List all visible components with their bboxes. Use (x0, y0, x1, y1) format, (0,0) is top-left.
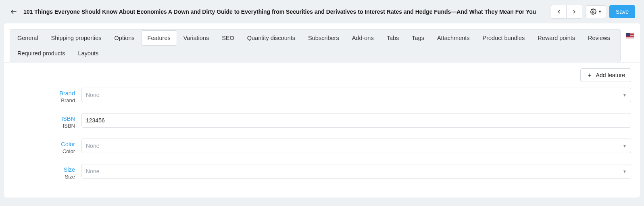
caret-down-icon: ▼ (598, 10, 602, 14)
tabs-bar: GeneralShipping propertiesOptionsFeature… (10, 29, 621, 62)
svg-point-1 (592, 11, 594, 13)
nav-prev-next-group (551, 5, 582, 19)
feature-row: BrandBrandNone▼ (13, 88, 631, 103)
tab-general[interactable]: General (11, 30, 45, 46)
language-flag-us[interactable] (626, 33, 634, 39)
gear-icon (590, 8, 596, 15)
tab-subscribers[interactable]: Subscribers (302, 30, 346, 46)
feature-label-sub: ISBN (13, 123, 75, 129)
feature-text-input[interactable] (86, 117, 627, 124)
caret-down-icon: ▼ (623, 144, 627, 148)
caret-down-icon: ▼ (623, 169, 627, 174)
plus-icon: ＋ (586, 72, 593, 78)
next-button[interactable] (567, 5, 582, 18)
feature-label-sub: Brand (13, 97, 75, 103)
tab-tags[interactable]: Tags (405, 30, 431, 46)
tab-reward-points[interactable]: Reward points (531, 30, 581, 46)
feature-label-link[interactable]: Size (13, 166, 75, 173)
select-value: None (86, 168, 99, 174)
feature-select[interactable]: None▼ (81, 139, 631, 153)
feature-label-link[interactable]: ISBN (13, 116, 75, 122)
tab-layouts[interactable]: Layouts (72, 46, 105, 61)
tab-quantity-discounts[interactable]: Quantity discounts (241, 30, 302, 46)
save-button[interactable]: Save (609, 5, 635, 18)
add-feature-button[interactable]: ＋ Add feature (580, 68, 631, 82)
tab-required-products[interactable]: Required products (11, 46, 72, 61)
settings-dropdown[interactable]: ▼ (586, 5, 606, 18)
tab-attachments[interactable]: Attachments (431, 30, 476, 46)
feature-text-input-wrapper (81, 113, 631, 128)
feature-row: ISBNISBN (13, 113, 631, 129)
feature-select[interactable]: None▼ (81, 88, 631, 102)
add-feature-label: Add feature (596, 72, 625, 78)
tab-product-bundles[interactable]: Product bundles (476, 30, 531, 46)
feature-label-sub: Color (13, 148, 75, 154)
feature-label-link[interactable]: Color (13, 141, 75, 147)
select-value: None (86, 92, 99, 98)
tab-add-ons[interactable]: Add-ons (346, 30, 380, 46)
tab-tabs[interactable]: Tabs (380, 30, 406, 46)
back-arrow-icon[interactable] (9, 7, 19, 17)
feature-row: ColorColorNone▼ (13, 139, 631, 154)
prev-button[interactable] (551, 5, 567, 18)
tab-options[interactable]: Options (108, 30, 141, 46)
tab-features[interactable]: Features (141, 30, 177, 46)
feature-label-link[interactable]: Brand (13, 90, 75, 97)
tab-seo[interactable]: SEO (215, 30, 241, 46)
caret-down-icon: ▼ (623, 93, 627, 97)
select-value: None (86, 143, 99, 149)
feature-select[interactable]: None▼ (81, 164, 631, 179)
page-title: 101 Things Everyone Should Know About Ec… (23, 8, 546, 15)
features-form: BrandBrandNone▼ISBNISBNColorColorNone▼Si… (4, 85, 640, 180)
tab-shipping-properties[interactable]: Shipping properties (45, 30, 108, 46)
feature-row: SizeSizeNone▼ (13, 164, 631, 180)
tab-reviews[interactable]: Reviews (581, 30, 617, 46)
tab-variations[interactable]: Variations (177, 30, 215, 46)
feature-label-sub: Size (13, 174, 75, 180)
